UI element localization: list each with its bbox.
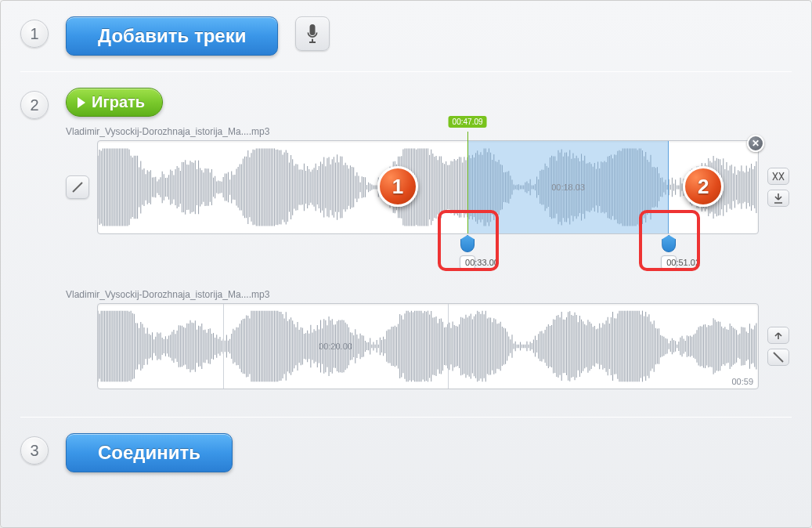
marker-handle-icon xyxy=(662,235,676,252)
crossfade-button[interactable] xyxy=(767,168,789,185)
arrow-up-icon xyxy=(774,331,783,340)
play-icon xyxy=(78,97,85,108)
waveform-2[interactable]: 00:20.00 00:59 xyxy=(97,303,759,389)
track-1-filename: Vladimir_Vysockij-Dorozhnaja_istorija_Ma… xyxy=(66,126,792,137)
move-down-button[interactable] xyxy=(767,190,789,207)
divider xyxy=(20,417,792,418)
track-1: Vladimir_Vysockij-Dorozhnaja_istorija_Ma… xyxy=(66,126,792,234)
arrow-down-icon xyxy=(774,193,783,204)
microphone-icon xyxy=(305,24,320,43)
divider xyxy=(20,71,792,72)
play-button-label: Играть xyxy=(92,93,145,111)
move-up-button[interactable] xyxy=(767,327,789,344)
fade-in-icon xyxy=(71,181,84,193)
segment-divider xyxy=(223,304,224,389)
add-tracks-button[interactable]: Добавить треки xyxy=(66,16,278,56)
step-badge-3: 3 xyxy=(20,436,49,465)
marker-start-time: 00:33.00 xyxy=(460,255,475,269)
fade-in-button[interactable] xyxy=(66,175,89,199)
marker-end[interactable]: 00:51.02 xyxy=(661,233,677,269)
total-duration-label: 00:59 xyxy=(731,377,753,386)
fade-out-icon xyxy=(772,351,785,363)
waveform-1[interactable]: ✕ 00:18.03 00:47.09 xyxy=(97,140,759,234)
selection-range[interactable]: 00:18.03 xyxy=(467,141,669,233)
track-2: Vladimir_Vysockij-Dorozhnaja_istorija_Ma… xyxy=(66,289,792,389)
play-button[interactable]: Играть xyxy=(66,88,163,117)
crossfade-icon xyxy=(772,172,785,181)
track-2-filename: Vladimir_Vysockij-Dorozhnaja_istorija_Ma… xyxy=(66,289,792,300)
playhead[interactable]: 00:47.09 xyxy=(467,132,468,233)
step-badge-1: 1 xyxy=(20,20,49,48)
marker-end-time: 00:51.02 xyxy=(661,255,677,269)
playhead-time-label: 00:47.09 xyxy=(449,116,487,128)
selection-duration-label: 00:18.03 xyxy=(551,183,585,192)
marker-start[interactable]: 00:33.00 xyxy=(460,233,475,269)
join-button[interactable]: Соединить xyxy=(66,433,233,472)
section-play-edit: 2 Играть Vladimir_Vysockij-Dorozhnaja_is… xyxy=(20,88,792,389)
section-add-tracks: 1 Добавить треки xyxy=(20,16,792,56)
step-badge-2: 2 xyxy=(20,91,49,119)
record-mic-button[interactable] xyxy=(295,16,330,51)
waveform-canvas xyxy=(98,304,758,389)
marker-handle-icon xyxy=(460,235,475,252)
fade-out-button[interactable] xyxy=(767,349,789,366)
section-join: 3 Соединить xyxy=(20,433,792,472)
segment-divider xyxy=(448,304,449,389)
